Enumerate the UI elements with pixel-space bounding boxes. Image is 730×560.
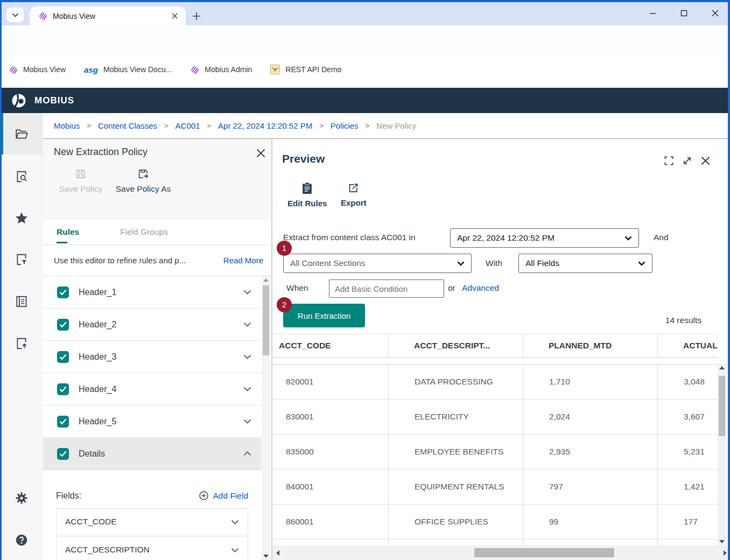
- mobius-stripes-icon: [38, 11, 47, 20]
- tab-rules[interactable]: Rules: [57, 227, 79, 237]
- bookmark-label: REST API Demo: [285, 65, 341, 74]
- rail-item-help[interactable]: [0, 524, 43, 556]
- browser-tab[interactable]: Mobius View: [30, 6, 186, 25]
- cell-planned-mtd: 797: [523, 470, 657, 504]
- save-as-icon: [137, 168, 149, 180]
- fields-select[interactable]: All Fields: [518, 254, 652, 273]
- rail-item-reports[interactable]: [0, 285, 43, 318]
- breadcrumb-link[interactable]: Policies: [331, 121, 359, 130]
- scrollbar-thumb[interactable]: [474, 548, 614, 557]
- table-row[interactable]: 860001 OFFICE SUPPLIES 99 177: [272, 505, 718, 540]
- chevron-down-icon[interactable]: [243, 451, 251, 456]
- table-row[interactable]: 830001 ELECTRICITY 2,024 3,607: [272, 400, 718, 435]
- save-policy-as-label: Save Policy As: [116, 184, 171, 194]
- chevron-down-icon[interactable]: [243, 354, 251, 359]
- scroll-left-arrow[interactable]: [273, 545, 282, 560]
- cell-planned-mtd: 99: [523, 505, 657, 539]
- table-horizontal-scrollbar[interactable]: [272, 545, 730, 560]
- when-label: When: [286, 283, 308, 293]
- scroll-down-arrow[interactable]: [262, 552, 270, 560]
- fullscreen-icon[interactable]: [662, 154, 675, 167]
- chevron-down-icon[interactable]: [243, 322, 251, 327]
- breadcrumb-link[interactable]: Apr 22, 2024 12:20:52 PM: [218, 121, 312, 130]
- tab-close-icon[interactable]: [170, 11, 179, 21]
- breadcrumb-link[interactable]: AC001: [176, 121, 200, 130]
- browser-toolbar: [0, 25, 730, 58]
- field-box[interactable]: ACCT_DESCRIPTION: [56, 536, 248, 560]
- window-minimize-button[interactable]: [642, 5, 663, 21]
- rail-item-favorites[interactable]: [0, 202, 43, 234]
- window-maximize-button[interactable]: [673, 5, 694, 21]
- breadcrumb-separator: >: [87, 122, 91, 130]
- panel-close-icon[interactable]: [254, 146, 267, 159]
- scrollbar-thumb[interactable]: [263, 285, 269, 355]
- scroll-up-arrow[interactable]: [262, 276, 270, 284]
- bookmark-mobius-docs[interactable]: asg Mobius View Docu...: [84, 62, 172, 77]
- chevron-down-icon[interactable]: [243, 387, 251, 391]
- add-field-button[interactable]: Add Field: [199, 491, 248, 501]
- checkbox-checked-icon[interactable]: [57, 448, 69, 460]
- column-header[interactable]: ACCT_DESCRIPT...: [388, 334, 523, 357]
- rail-item-settings[interactable]: [0, 482, 43, 514]
- column-header[interactable]: ACTUAL_M: [657, 334, 718, 357]
- checkbox-checked-icon[interactable]: [57, 416, 69, 428]
- bookmark-mobius-view[interactable]: Mobius View: [9, 62, 66, 77]
- chevron-down-icon[interactable]: [231, 520, 239, 524]
- rail-item-content-classes[interactable]: [0, 113, 43, 155]
- breadcrumb-link[interactable]: Mobius: [54, 121, 80, 130]
- table-row[interactable]: 840001 EQUIPMENT RENTALS 797 1,421: [272, 470, 718, 505]
- rail-item-document-search[interactable]: [0, 160, 43, 193]
- basic-condition-input[interactable]: [329, 279, 444, 298]
- run-extraction-button[interactable]: Run Extraction: [283, 304, 365, 327]
- panel-scrollbar[interactable]: [262, 276, 270, 560]
- edit-rules-button[interactable]: Edit Rules: [287, 182, 327, 208]
- bookmark-mobius-admin[interactable]: Mobius Admin: [190, 62, 252, 77]
- column-header[interactable]: ACCT_CODE: [272, 334, 388, 357]
- checkbox-checked-icon[interactable]: [57, 286, 69, 298]
- content-sections-select[interactable]: All Content Sections: [283, 254, 472, 273]
- scrollbar-thumb[interactable]: [719, 376, 725, 436]
- table-row[interactable]: 820001 DATA PROCESSING 1,710 3,048: [272, 365, 718, 400]
- chevron-down-icon[interactable]: [231, 548, 239, 552]
- cell-acct-description: EQUIPMENT RENTALS: [388, 470, 523, 504]
- editor-hint-text: Use this editor to refine rules and p...: [54, 256, 223, 265]
- table-vertical-scrollbar[interactable]: [718, 364, 726, 545]
- breadcrumb: Mobius > Content Classes > AC001 > Apr 2…: [43, 113, 730, 139]
- section-row[interactable]: Header_1: [43, 276, 261, 309]
- export-button[interactable]: Export: [341, 182, 367, 207]
- section-row[interactable]: Header_4: [43, 373, 261, 405]
- table-row[interactable]: 835000 EMPLOYEE BENEFITS 2,935 5,231: [272, 435, 718, 470]
- window-close-button[interactable]: [704, 5, 726, 21]
- preview-close-icon[interactable]: [699, 154, 712, 167]
- field-box[interactable]: ACCT_CODE: [56, 508, 248, 535]
- app-header: MOBIUS: [0, 88, 730, 113]
- cell-acct-description: DATA PROCESSING: [388, 365, 523, 399]
- chevron-down-icon[interactable]: [243, 290, 251, 295]
- section-label: Header_4: [79, 384, 243, 394]
- tab-search-button[interactable]: [6, 8, 24, 22]
- rail-item-export[interactable]: [0, 327, 43, 360]
- checkbox-checked-icon[interactable]: [57, 383, 69, 395]
- column-header[interactable]: PLANNED_MTD: [523, 334, 657, 357]
- breadcrumb-current: New Policy: [376, 121, 416, 130]
- section-row[interactable]: Header_2: [43, 309, 261, 341]
- tab-field-groups[interactable]: Field Groups: [120, 227, 168, 237]
- checkbox-checked-icon[interactable]: [57, 319, 69, 331]
- section-row[interactable]: Details: [43, 438, 261, 470]
- section-row[interactable]: Header_5: [43, 405, 261, 438]
- advanced-link[interactable]: Advanced: [462, 283, 499, 293]
- or-label: or: [448, 283, 455, 293]
- section-row[interactable]: Header_3: [43, 341, 261, 373]
- snapshot-select[interactable]: Apr 22, 2024 12:20:52 PM: [450, 228, 639, 248]
- rail-item-policies[interactable]: [0, 243, 43, 276]
- expand-diagonal-icon[interactable]: [680, 154, 693, 167]
- checkbox-checked-icon[interactable]: [57, 351, 69, 363]
- breadcrumb-link[interactable]: Content Classes: [98, 121, 157, 130]
- new-tab-button[interactable]: [189, 9, 203, 23]
- scroll-up-arrow[interactable]: [718, 364, 726, 372]
- save-policy-as-button[interactable]: Save Policy As: [111, 168, 176, 194]
- scroll-down-arrow[interactable]: [718, 538, 726, 545]
- bookmark-rest-api-demo[interactable]: REST API Demo: [270, 62, 341, 77]
- read-more-link[interactable]: Read More: [223, 256, 263, 265]
- chevron-down-icon[interactable]: [243, 419, 251, 424]
